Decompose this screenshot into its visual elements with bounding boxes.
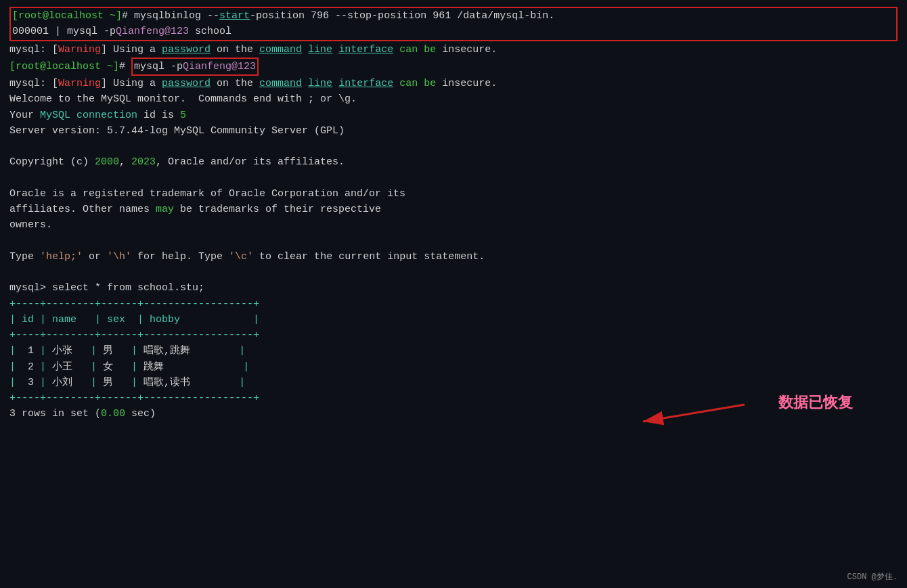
warning-text-1d	[332, 44, 338, 55]
copyright-text-2: ,	[119, 156, 131, 168]
oracle-line-3: owners.	[9, 217, 898, 233]
warning-label-2: Warning	[58, 78, 101, 89]
warning-label-1: Warning	[58, 44, 101, 55]
annotation-text: 数据已恢复	[778, 394, 853, 411]
table-border-bottom: +----+--------+------+------------------…	[9, 390, 898, 406]
command-block-1: [root@localhost ~]# mysqlbinlog --start-…	[9, 7, 898, 41]
table-top-line: +----+--------+------+------------------…	[9, 298, 259, 310]
mysql-word: MySQL	[40, 110, 70, 121]
table-pipe-2b: |	[40, 361, 46, 373]
help-text-3: for help. Type	[131, 251, 229, 263]
cmd-start: start	[219, 10, 250, 22]
warning-line-2: mysql: [Warning] Using a password on the…	[9, 76, 898, 91]
result-line: 3 rows in set (0.00 sec)	[9, 406, 898, 422]
warning-text-2f	[418, 78, 424, 89]
table-row-3: | 3 | 小刘 | 男 | 唱歌,读书 |	[9, 375, 898, 390]
command-line-2-container: [root@localhost ~]# mysql -pQianfeng@123	[9, 58, 898, 76]
table-row-2: | 2 | 小王 | 女 | 跳舞 |	[9, 359, 898, 375]
can-label-1: can	[399, 44, 418, 55]
password-label-1: password	[162, 44, 211, 55]
mysql-query-line: mysql> select * from school.stu;	[9, 280, 898, 296]
help-text-2: or	[83, 251, 107, 263]
line-label-2: line	[308, 78, 332, 89]
help-cmd1: 'help;'	[40, 251, 83, 263]
table-pipe-1b: |	[40, 345, 46, 357]
mysql-label-1: mysql: [	[9, 44, 58, 55]
watermark-text: CSDN @梦佳.	[847, 572, 898, 582]
table-hobby-1: 唱歌,跳舞	[137, 345, 239, 357]
table-pipe-2a: |	[9, 361, 16, 373]
cmd-mysql: mysql -p	[134, 61, 183, 72]
help-text-4: to clear the current input statement.	[253, 251, 485, 263]
be-label-1: be	[424, 44, 436, 55]
connection-word: connection	[76, 110, 137, 121]
command-label-2: command	[259, 78, 302, 89]
table-id-3: 3	[16, 377, 40, 388]
arrow-svg	[629, 398, 751, 432]
table-row-1: | 1 | 小张 | 男 | 唱歌,跳舞 |	[9, 343, 898, 359]
table-id-1: 1	[16, 345, 40, 357]
blank-1	[9, 139, 898, 154]
data-restored-annotation: 数据已恢复	[778, 392, 853, 413]
prompt-hash: #	[122, 10, 134, 22]
table-pipe-2c: |	[91, 361, 97, 373]
connection-id: 5	[180, 110, 186, 121]
table-header-row: | id | name | sex | hobby |	[9, 312, 898, 327]
warning-text-1e	[393, 44, 399, 55]
copyright-year1: 2000	[95, 156, 119, 168]
interface-label-2: interface	[338, 78, 393, 89]
table-mid-line: +----+--------+------+------------------…	[9, 330, 259, 341]
oracle-line-2: affiliates. Other names may be trademark…	[9, 202, 898, 217]
cmd-password1: Qianfeng@123	[116, 26, 189, 37]
warning-text-2d	[332, 78, 338, 89]
command-line-1b: 000001 | mysql -pQianfeng@123 school	[12, 24, 895, 39]
server-version-text: Server version: 5.7.44-log MySQL Communi…	[9, 125, 345, 137]
table-id-2: 2	[16, 361, 40, 373]
oracle-text-1: Oracle is a registered trademark of Orac…	[9, 188, 405, 200]
table-name-2: 小王	[46, 361, 91, 373]
table-border-top: +----+--------+------+------------------…	[9, 296, 898, 312]
table-pipe-3c: |	[91, 377, 97, 388]
warning-text-2c	[302, 78, 308, 89]
blank-2	[9, 171, 898, 186]
connection-line: Your MySQL connection id is 5	[9, 108, 898, 123]
result-text-2: sec)	[125, 408, 156, 420]
mysql-label-2: mysql: [	[9, 78, 58, 89]
prompt-user: [root@localhost ~]	[12, 10, 122, 22]
table-pipe-1c: |	[91, 345, 97, 357]
welcome-text: Welcome to the MySQL monitor. Commands e…	[9, 93, 357, 105]
svg-line-1	[643, 405, 745, 422]
interface-label-1: interface	[338, 44, 393, 55]
table-pipe-1a: |	[9, 345, 16, 357]
help-text-1: Type	[9, 251, 40, 263]
line-label-1: line	[308, 44, 332, 55]
warning-text-2e	[393, 78, 399, 89]
warning-text-2g: insecure.	[436, 78, 497, 89]
connection-text-3: id is	[137, 110, 180, 121]
password-label-2: password	[162, 78, 211, 89]
result-time: 0.00	[101, 408, 125, 420]
cmd-cont: 000001 | mysql -p	[12, 26, 116, 37]
csdn-watermark: CSDN @梦佳.	[847, 571, 898, 583]
terminal-window: [root@localhost ~]# mysqlbinlog --start-…	[0, 0, 907, 588]
cmd-position1: -position 796 --stop-position 961 /data/…	[250, 10, 554, 22]
cmd-mysqlbinlog: mysqlbinlog --	[134, 10, 219, 22]
mysql-prompt: mysql> select * from school.stu;	[9, 282, 204, 294]
table-pipe-1d: |	[131, 345, 137, 357]
copyright-year2: 2023	[131, 156, 156, 168]
table-border-mid: +----+--------+------+------------------…	[9, 327, 898, 343]
cmd-password2: Qianfeng@123	[183, 61, 256, 72]
table-name-3: 小刘	[46, 377, 91, 388]
table-hobby-3: 唱歌,读书	[137, 377, 239, 388]
arrow-annotation	[629, 398, 751, 435]
warning-line-1: mysql: [Warning] Using a password on the…	[9, 42, 898, 58]
oracle-text-3: owners.	[9, 219, 52, 231]
warning-text-2: ] Using a	[101, 78, 162, 89]
welcome-line: Welcome to the MySQL monitor. Commands e…	[9, 91, 898, 107]
warning-text-2b: on the	[211, 78, 259, 89]
table-header-text: | id | name | sex | hobby |	[9, 314, 259, 325]
connection-text-1: Your	[9, 110, 40, 121]
server-version-line: Server version: 5.7.44-log MySQL Communi…	[9, 123, 898, 139]
result-text-1: 3 rows in set (	[9, 408, 101, 420]
command-label-1: command	[259, 44, 302, 55]
